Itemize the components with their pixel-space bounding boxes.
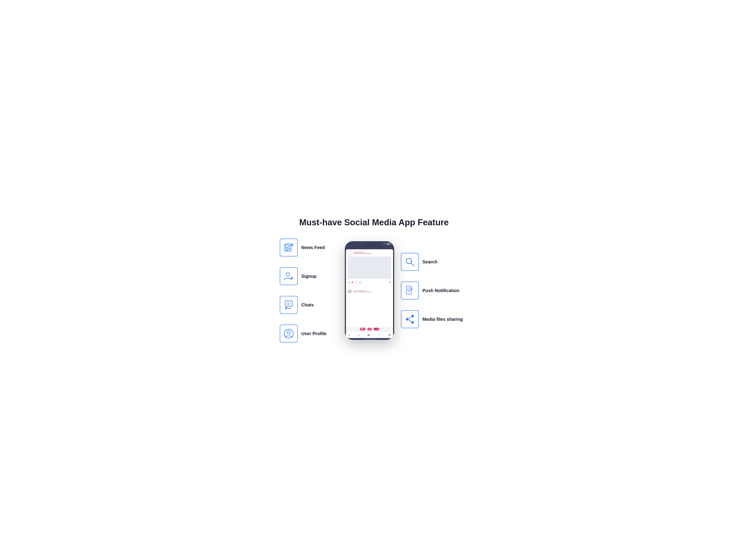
- post2-avatar: [348, 289, 352, 293]
- battery-icon: [387, 243, 391, 245]
- profile-nav-icon[interactable]: ⊙: [388, 333, 391, 337]
- svg-line-22: [408, 317, 411, 319]
- post2-header: › ···: [348, 289, 391, 293]
- notch-speaker: [365, 245, 372, 246]
- phone-notch: [360, 243, 378, 247]
- add-nav-icon[interactable]: ⊕: [367, 333, 370, 337]
- post1-image: [348, 257, 391, 279]
- user-circle-icon: [283, 328, 294, 339]
- post2-line2: [353, 292, 372, 292]
- svg-point-7: [286, 273, 290, 276]
- bookmark-icon: ⊳: [389, 281, 391, 284]
- search-nav-icon[interactable]: ⌕: [358, 333, 360, 337]
- svg-rect-1: [286, 245, 288, 247]
- post1-line1: [354, 252, 364, 253]
- notif-badge-1: 💬 1: [360, 328, 366, 331]
- svg-point-21: [411, 321, 414, 324]
- user-plus-icon: [283, 271, 294, 282]
- main-layout: News Feed: [273, 239, 475, 343]
- notif-badge-3: 👤 1: [374, 328, 379, 331]
- post2-line1: [353, 291, 366, 291]
- media-sharing-icon-box: [401, 310, 419, 328]
- page-container: Must-have Social Media App Feature News …: [273, 217, 475, 343]
- page-title: Must-have Social Media App Feature: [273, 217, 475, 227]
- search-label: Search: [422, 259, 438, 265]
- media-sharing-label: Media files sharing: [422, 317, 463, 322]
- chat-icon: [283, 299, 294, 310]
- heart-icon: ♥: [352, 281, 353, 284]
- user-profile-label: User Profile: [301, 331, 326, 336]
- phone-screen: › ◁ ♥ ○ ◁ · · · · · ⊳: [346, 249, 393, 338]
- post2-lines: [353, 291, 387, 292]
- wifi-icon: [383, 243, 386, 245]
- notif-count-2: 1: [370, 328, 371, 330]
- post1-chevron: ›: [391, 252, 391, 254]
- bell-icon: [404, 285, 415, 296]
- comment-icon: ○: [355, 281, 357, 284]
- home-nav-icon[interactable]: ⌂: [348, 333, 350, 337]
- feature-item-signup: Signup: [280, 267, 338, 285]
- signup-label: Signup: [301, 274, 317, 279]
- post2-chevron: ›: [388, 291, 389, 293]
- heart-nav-icon[interactable]: ♡: [378, 333, 380, 337]
- svg-point-19: [411, 315, 414, 317]
- chats-label: Chats: [301, 302, 314, 308]
- phone-body: › ◁ ♥ ○ ◁ · · · · · ⊳: [345, 241, 394, 340]
- newspaper-icon: [283, 242, 294, 253]
- signup-icon-box: [280, 267, 298, 285]
- notif-count-3: 1: [377, 328, 378, 330]
- post1-line2: [354, 253, 372, 254]
- post1-lines: [354, 252, 389, 254]
- feature-item-push-notification: Push Notification: [401, 282, 468, 299]
- svg-point-15: [406, 258, 412, 264]
- svg-point-14: [384, 244, 384, 245]
- screen-content: › ◁ ♥ ○ ◁ · · · · · ⊳: [346, 249, 393, 326]
- svg-point-20: [406, 318, 408, 321]
- notif-user-icon: 👤: [375, 328, 377, 330]
- home-indicator: [364, 339, 375, 339]
- phone-bottom-bar: [345, 338, 394, 340]
- send-icon: ◁: [348, 281, 350, 284]
- notification-bar: 💬 1 ♥ 1 👤 1: [346, 326, 393, 332]
- right-features-column: Search Push N: [401, 253, 468, 328]
- svg-point-13: [287, 331, 290, 334]
- share-icon: ◁: [358, 281, 360, 284]
- notch-camera: [373, 245, 374, 246]
- left-features-column: News Feed: [280, 239, 338, 343]
- notif-heart-icon: ♥: [368, 328, 369, 330]
- news-feed-label: News Feed: [301, 245, 325, 250]
- share-icon: [404, 314, 415, 325]
- status-bar: [383, 243, 391, 245]
- battery-fill: [387, 243, 389, 245]
- notif-count-1: 1: [364, 328, 364, 330]
- post1-caption: ···: [348, 286, 391, 288]
- post1-header: ›: [348, 251, 391, 255]
- dots-icon: · · · · ·: [362, 281, 369, 283]
- bottom-nav: ⌂ ⌕ ⊕ ♡ ⊙: [346, 332, 393, 338]
- svg-rect-17: [406, 286, 411, 294]
- post2-dots: ···: [390, 291, 391, 293]
- feature-item-news-feed: News Feed: [280, 239, 338, 257]
- search-icon: [404, 257, 415, 267]
- feature-item-chats: Chats: [280, 296, 338, 314]
- search-icon-box: [401, 253, 419, 271]
- phone-top-bar: [345, 241, 394, 249]
- phone-mockup: › ◁ ♥ ○ ◁ · · · · · ⊳: [345, 241, 394, 340]
- post1-actions: ◁ ♥ ○ ◁ · · · · · ⊳: [348, 280, 391, 285]
- feature-item-search: Search: [401, 253, 468, 271]
- user-profile-icon-box: [280, 325, 298, 343]
- push-notification-label: Push Notification: [422, 288, 459, 293]
- post1-avatar: [348, 251, 352, 255]
- notif-badge-2: ♥ 1: [367, 328, 372, 331]
- push-notification-icon-box: [401, 282, 419, 299]
- svg-line-23: [408, 320, 411, 322]
- feature-item-media-sharing: Media files sharing: [401, 310, 468, 328]
- notif-comment-icon: 💬: [361, 328, 363, 330]
- svg-line-16: [411, 263, 414, 266]
- news-feed-icon-box: [280, 239, 298, 257]
- chats-icon-box: [280, 296, 298, 314]
- feature-item-user-profile: User Profile: [280, 325, 338, 343]
